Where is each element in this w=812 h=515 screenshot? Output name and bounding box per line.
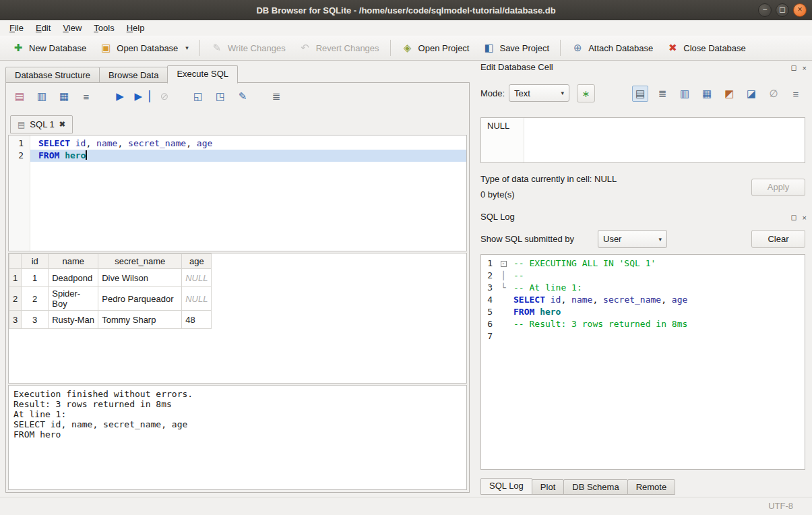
- apply-button[interactable]: Apply: [751, 179, 805, 196]
- copy-icon: ▥: [679, 88, 691, 100]
- write-changes-button[interactable]: ✎Write Changes: [204, 38, 292, 57]
- log-line: 5FROM hero: [481, 306, 805, 318]
- log-filter-select[interactable]: User ▾: [598, 230, 667, 248]
- row-number[interactable]: 2: [9, 287, 22, 311]
- maximize-button[interactable]: ◻: [776, 3, 789, 17]
- sql-log-view[interactable]: 1--- EXECUTING ALL IN 'SQL 1'2│--3└-- At…: [480, 254, 805, 470]
- mode-settings-button[interactable]: ∗: [577, 84, 595, 102]
- text-document-button[interactable]: ▤: [632, 86, 648, 102]
- dock-tab-db-schema[interactable]: DB Schema: [563, 479, 627, 495]
- save-sql-file-button[interactable]: ▦: [56, 88, 72, 104]
- execute-all-button[interactable]: ▶: [112, 88, 128, 104]
- minimize-button[interactable]: −: [758, 3, 772, 17]
- float-panel-icon[interactable]: ◻: [790, 213, 797, 222]
- menu-edit[interactable]: Edit: [30, 22, 57, 34]
- editor-line: 1SELECT id, name, secret_name, age: [9, 138, 466, 150]
- cell[interactable]: Pedro Parqueador: [98, 287, 182, 311]
- document-icon: ▤: [18, 120, 25, 129]
- float-panel-icon[interactable]: ◻: [790, 63, 797, 72]
- column-header-id[interactable]: id: [22, 254, 49, 269]
- close-database-icon: ✖: [666, 42, 679, 54]
- export-file-button[interactable]: ◪: [743, 86, 759, 102]
- message-line: FROM hero: [13, 429, 462, 440]
- stop-button[interactable]: ⊘: [156, 88, 173, 104]
- import-file-button[interactable]: ◩: [721, 86, 737, 102]
- cell[interactable]: NULL: [182, 269, 212, 287]
- open-sql-file-icon: ▥: [36, 90, 48, 102]
- edit-cell-title: Edit Database Cell: [480, 62, 553, 72]
- cell[interactable]: Dive Wilson: [98, 269, 182, 287]
- close-button[interactable]: ×: [793, 3, 807, 17]
- column-header-name[interactable]: name: [49, 254, 98, 269]
- word-wrap-button[interactable]: ≣: [654, 86, 670, 102]
- tab-browse-data[interactable]: Browse Data: [99, 67, 168, 83]
- save-project-button[interactable]: ◧Save Project: [476, 38, 556, 57]
- titlebar[interactable]: DB Browser for SQLite - /home/user/code/…: [0, 0, 812, 20]
- mode-select[interactable]: Text ▾: [509, 84, 569, 102]
- print-button[interactable]: ≡: [788, 86, 804, 102]
- copy-button[interactable]: ▥: [677, 86, 693, 102]
- cell[interactable]: Rusty-Man: [49, 311, 98, 329]
- menu-view[interactable]: View: [57, 22, 88, 34]
- cell[interactable]: 2: [22, 287, 49, 311]
- menu-help[interactable]: Help: [121, 22, 151, 34]
- dock-tab-plot[interactable]: Plot: [532, 479, 564, 495]
- window-controls: −◻×: [758, 3, 807, 17]
- close-database-button[interactable]: ✖Close Database: [660, 38, 753, 57]
- close-tab-button[interactable]: ✖: [59, 120, 65, 129]
- open-query-new-tab-button[interactable]: ◱: [190, 88, 206, 104]
- cell[interactable]: Tommy Sharp: [98, 311, 182, 329]
- open-sql-file-button[interactable]: ▥: [34, 88, 50, 104]
- find-replace-button[interactable]: ✎: [235, 88, 251, 104]
- attach-database-label: Attach Database: [588, 43, 653, 53]
- sql-editor[interactable]: 1SELECT id, name, secret_name, age2FROM …: [8, 135, 467, 251]
- print-button[interactable]: ≡: [78, 88, 94, 104]
- fold-indicator: [496, 306, 511, 318]
- word-wrap-icon: ≣: [656, 88, 668, 100]
- toolbar-separator: [199, 40, 200, 56]
- cell[interactable]: 48: [182, 311, 212, 329]
- column-header-age[interactable]: age: [182, 254, 212, 269]
- cell[interactable]: NULL: [182, 287, 212, 311]
- cell[interactable]: Deadpond: [49, 269, 98, 287]
- log-line: 4SELECT id, name, secret_name, age: [481, 294, 805, 306]
- word-wrap-button[interactable]: ≣: [268, 88, 284, 104]
- close-panel-icon[interactable]: ×: [803, 64, 807, 72]
- revert-changes-button[interactable]: ↶Revert Changes: [292, 38, 386, 57]
- execute-current-line-button[interactable]: ▶▕: [134, 88, 150, 104]
- clear-log-button[interactable]: Clear: [751, 230, 805, 248]
- log-line: 7: [481, 330, 805, 342]
- log-filter-value: User: [603, 234, 621, 244]
- tab-sql-1[interactable]: ▤ SQL 1 ✖: [10, 115, 73, 133]
- sql-file-tab-bar: ▤ SQL 1 ✖: [10, 115, 73, 133]
- menu-tools[interactable]: Tools: [88, 22, 120, 34]
- tab-execute-sql[interactable]: Execute SQL: [167, 65, 238, 84]
- statusbar: UTF-8: [0, 497, 812, 515]
- row-number[interactable]: 3: [9, 311, 22, 329]
- attach-database-button[interactable]: ⊕Attach Database: [565, 38, 660, 57]
- export-results-button[interactable]: ◳: [212, 88, 228, 104]
- tab-database-structure[interactable]: Database Structure: [5, 67, 100, 83]
- paste-button[interactable]: ▦: [699, 86, 715, 102]
- fold-indicator: [496, 318, 511, 330]
- column-header-secret_name[interactable]: secret_name: [98, 254, 182, 269]
- cell[interactable]: 3: [22, 311, 49, 329]
- cell[interactable]: Spider-Boy: [49, 287, 98, 311]
- menu-file[interactable]: File: [3, 22, 30, 34]
- dock-tab-sql-log[interactable]: SQL Log: [480, 478, 532, 495]
- fold-indicator: │: [496, 270, 511, 282]
- cell[interactable]: 1: [22, 269, 49, 287]
- save-project-label: Save Project: [499, 43, 549, 53]
- open-database-dropdown-arrow[interactable]: ▾: [185, 44, 189, 51]
- open-project-button[interactable]: ◈Open Project: [395, 38, 476, 57]
- close-panel-icon[interactable]: ×: [803, 214, 807, 222]
- cell-value-editor[interactable]: NULL: [480, 117, 805, 163]
- open-database-button[interactable]: ▣Open Database▾: [93, 38, 195, 57]
- set-null-button[interactable]: ∅: [766, 86, 782, 102]
- dock-tab-remote[interactable]: Remote: [627, 479, 676, 495]
- new-sql-tab-button[interactable]: ▤: [11, 88, 28, 104]
- edit-cell-dock-controls: ◻ ×: [790, 63, 807, 72]
- row-number[interactable]: 1: [9, 269, 22, 287]
- results-grid: idnamesecret_nameage11DeadpondDive Wilso…: [8, 253, 467, 384]
- new-database-button[interactable]: ✚New Database: [5, 38, 93, 57]
